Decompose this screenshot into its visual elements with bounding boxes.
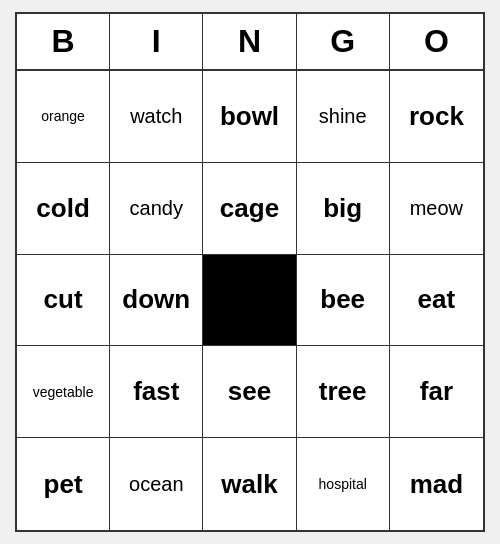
cell-text-r3-c0: vegetable [33,384,94,400]
cell-r2-c2 [203,255,296,347]
cell-r2-c0: cut [17,255,110,347]
cell-r3-c3: tree [297,346,390,438]
cell-r0-c0: orange [17,71,110,163]
cell-r3-c4: far [390,346,483,438]
cell-r2-c3: bee [297,255,390,347]
cell-text-r3-c2: see [228,376,271,407]
cell-text-r4-c3: hospital [319,476,367,492]
header-letter-i: I [110,14,203,69]
cell-r1-c3: big [297,163,390,255]
cell-r4-c3: hospital [297,438,390,530]
cell-text-r3-c3: tree [319,376,367,407]
cell-text-r2-c3: bee [320,284,365,315]
cell-r3-c2: see [203,346,296,438]
bingo-card: BINGO orangewatchbowlshinerockcoldcandyc… [15,12,485,532]
cell-r3-c0: vegetable [17,346,110,438]
header-letter-b: B [17,14,110,69]
header-letter-n: N [203,14,296,69]
header-letter-g: G [297,14,390,69]
cell-r2-c1: down [110,255,203,347]
cell-text-r1-c1: candy [130,197,183,220]
cell-text-r2-c0: cut [44,284,83,315]
cell-text-r4-c1: ocean [129,473,184,496]
cell-text-r0-c0: orange [41,108,85,124]
cell-r4-c2: walk [203,438,296,530]
cell-text-r0-c3: shine [319,105,367,128]
cell-text-r4-c0: pet [44,469,83,500]
cell-text-r1-c3: big [323,193,362,224]
cell-r3-c1: fast [110,346,203,438]
cell-r4-c1: ocean [110,438,203,530]
bingo-grid: orangewatchbowlshinerockcoldcandycagebig… [17,71,483,530]
cell-r1-c4: meow [390,163,483,255]
cell-text-r3-c1: fast [133,376,179,407]
cell-r0-c4: rock [390,71,483,163]
cell-text-r1-c2: cage [220,193,279,224]
cell-text-r1-c4: meow [410,197,463,220]
cell-text-r2-c1: down [122,284,190,315]
cell-r0-c1: watch [110,71,203,163]
cell-r0-c3: shine [297,71,390,163]
cell-text-r1-c0: cold [36,193,89,224]
cell-text-r2-c4: eat [418,284,456,315]
cell-text-r4-c4: mad [410,469,463,500]
cell-r1-c1: candy [110,163,203,255]
cell-text-r4-c2: walk [221,469,277,500]
cell-text-r0-c4: rock [409,101,464,132]
cell-r1-c0: cold [17,163,110,255]
cell-r1-c2: cage [203,163,296,255]
cell-r2-c4: eat [390,255,483,347]
bingo-header: BINGO [17,14,483,71]
cell-r4-c4: mad [390,438,483,530]
cell-r0-c2: bowl [203,71,296,163]
header-letter-o: O [390,14,483,69]
cell-r4-c0: pet [17,438,110,530]
cell-text-r3-c4: far [420,376,453,407]
cell-text-r0-c1: watch [130,105,182,128]
cell-text-r0-c2: bowl [220,101,279,132]
